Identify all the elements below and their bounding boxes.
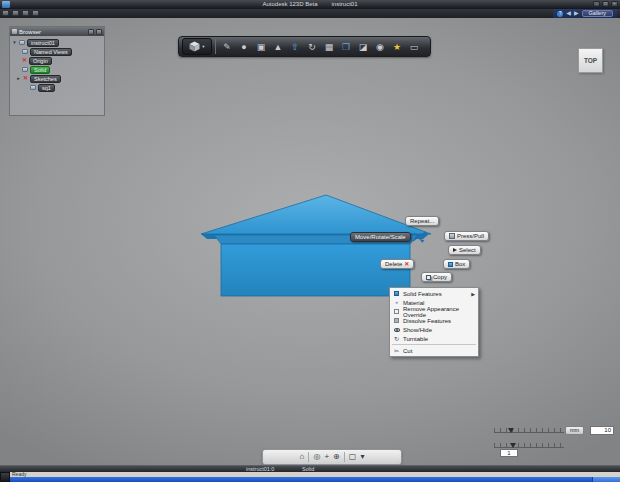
units-button[interactable]: mm (565, 426, 584, 435)
browser-title: Browser (19, 29, 41, 35)
tool-sphere-icon[interactable]: ● (236, 39, 252, 55)
marking-menu-box[interactable]: Box (443, 259, 470, 269)
marking-menu-press-pull[interactable]: Press/Pull (444, 231, 489, 241)
forward-arrow-icon[interactable]: ▶ (574, 9, 579, 18)
sketch-icon (30, 85, 36, 90)
roof-face[interactable] (201, 195, 431, 234)
tool-combine-icon[interactable]: ❐ (338, 39, 354, 55)
snap-value: 1 (507, 450, 510, 456)
nav-zoom-icon[interactable]: ⊕ (333, 450, 340, 464)
grid-size-slider[interactable] (494, 428, 564, 433)
marking-menu-select[interactable]: Select (448, 245, 481, 255)
tree-item-label[interactable]: Named Views (30, 48, 72, 56)
chevron-down-icon: ▾ (202, 44, 204, 49)
new-file-icon[interactable] (2, 10, 9, 16)
statusbar: instruct01:0 Solid (0, 465, 620, 472)
browser-options-icon[interactable] (96, 29, 102, 35)
tool-split-icon[interactable]: ◪ (355, 39, 371, 55)
tree-item-named-views[interactable]: Named Views (12, 47, 104, 56)
repeat-label: Repeat... (410, 218, 434, 224)
tree-item-solid[interactable]: Solid (12, 65, 104, 74)
marking-menu-repeat[interactable]: Repeat... (405, 216, 439, 226)
tool-measure-icon[interactable]: ▭ (406, 39, 422, 55)
menu-item-cut[interactable]: ✂ Cut (390, 346, 478, 355)
menu-item-turntable[interactable]: ↻ Turntable (390, 334, 478, 343)
tool-pattern-icon[interactable]: ▦ (321, 39, 337, 55)
tool-favorites-star-icon[interactable]: ★ (389, 39, 405, 55)
model-house-solid[interactable] (195, 188, 435, 303)
eye-icon (393, 328, 400, 332)
tree-item-label[interactable]: Sketches (30, 75, 61, 83)
browser-panel-header[interactable]: Browser (10, 27, 104, 36)
save-file-icon[interactable] (22, 10, 29, 16)
browser-collapse-icon[interactable] (88, 29, 94, 35)
tool-extrude-icon[interactable]: ⇧ (287, 39, 303, 55)
turntable-icon: ↻ (393, 336, 400, 342)
help-icon[interactable]: ? (557, 11, 563, 17)
submenu-arrow-icon: ▶ (471, 291, 475, 297)
tree-item-label-selected[interactable]: Solid (30, 66, 50, 74)
tree-item-label[interactable]: Origin (29, 57, 52, 65)
context-menu: Solid Features ▶ ● Material Remove Appea… (389, 287, 479, 357)
titlebar: Autodesk 123D Beta instruct01 – □ × (0, 0, 620, 9)
start-button[interactable] (0, 472, 10, 482)
tool-material-icon[interactable]: ◉ (372, 39, 388, 55)
minimize-button[interactable]: – (593, 1, 600, 7)
system-tray[interactable] (592, 477, 620, 482)
press-pull-label: Press/Pull (457, 233, 484, 239)
slider-handle[interactable] (508, 428, 514, 433)
document-icon (19, 40, 25, 45)
nav-orbit-icon[interactable]: ◎ (313, 450, 320, 464)
nav-fit-icon[interactable]: ▢ (349, 450, 357, 464)
tool-cone-icon[interactable]: ▲ (270, 39, 286, 55)
menu-item-label: Solid Features (403, 291, 442, 297)
snap-slider[interactable] (494, 443, 564, 448)
tree-item-sketches[interactable]: ▸ ✕ Sketches (12, 74, 104, 83)
taskbar[interactable] (0, 477, 620, 482)
menu-item-label: Remove Appearance Override (403, 306, 475, 318)
nav-pan-icon[interactable]: + (324, 450, 329, 464)
tree-item-origin[interactable]: ✕ Origin (12, 56, 104, 65)
grid-size-input[interactable]: 10 (590, 426, 614, 435)
tree-item-instruct01[interactable]: ▾ instruct01 (12, 38, 104, 47)
menu-item-label: Dissolve Features (403, 318, 451, 324)
menu-separator (392, 344, 476, 345)
marking-menu-delete[interactable]: Delete ✕ (380, 259, 414, 269)
move-gizmo-icon[interactable] (410, 229, 428, 244)
marking-menu-copy[interactable]: Copy (421, 272, 452, 282)
dissolve-features-icon (393, 318, 400, 323)
primitives-menu-button[interactable]: ▾ (182, 38, 212, 55)
expand-arrow-icon[interactable]: ▸ (16, 74, 21, 83)
undo-icon[interactable] (32, 10, 39, 16)
viewcube[interactable]: TOP (578, 48, 603, 73)
app-icon (2, 1, 10, 8)
menu-item-solid-features[interactable]: Solid Features ▶ (390, 289, 478, 298)
menu-item-label: Show/Hide (403, 327, 432, 333)
marking-menu-move-rotate-scale[interactable]: Move/Rotate/Scale (350, 232, 411, 242)
tree-item-label[interactable]: instruct01 (27, 39, 59, 47)
visibility-off-icon[interactable]: ✕ (23, 74, 28, 83)
box-front-face[interactable] (221, 244, 410, 296)
tree-item-sq1[interactable]: sq1 (12, 83, 104, 92)
menu-item-show-hide[interactable]: Show/Hide (390, 325, 478, 334)
back-arrow-icon[interactable]: ◀ (566, 9, 571, 18)
menu-item-label: Turntable (403, 336, 428, 342)
tool-box-icon[interactable]: ▣ (253, 39, 269, 55)
viewcube-face-label[interactable]: TOP (584, 57, 597, 64)
menu-item-remove-appearance-override[interactable]: Remove Appearance Override (390, 307, 478, 316)
maximize-button[interactable]: □ (602, 1, 609, 7)
select-label: Select (459, 247, 476, 253)
visibility-off-icon[interactable]: ✕ (22, 56, 27, 65)
gallery-button[interactable]: Gallery (582, 10, 613, 17)
tree-item-label[interactable]: sq1 (38, 84, 55, 92)
tool-revolve-icon[interactable]: ↻ (304, 39, 320, 55)
open-file-icon[interactable] (12, 10, 19, 16)
slider-handle[interactable] (510, 443, 516, 448)
close-button[interactable]: × (611, 1, 618, 7)
snap-value-input[interactable]: 1 (500, 449, 518, 457)
expand-arrow-icon[interactable]: ▾ (12, 38, 17, 47)
toolbar-separator (215, 39, 216, 54)
tool-sketch-icon[interactable]: ✎ (219, 39, 235, 55)
nav-home-icon[interactable]: ⌂ (300, 450, 305, 464)
nav-menu-icon[interactable]: ▾ (360, 450, 364, 464)
